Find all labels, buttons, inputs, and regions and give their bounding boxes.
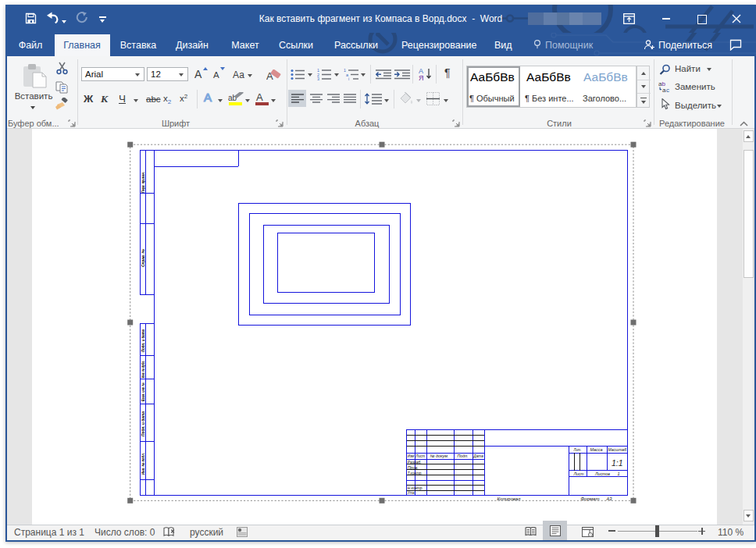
svg-text:Инв. № подл.: Инв. № подл. — [141, 453, 145, 475]
svg-text:Разраб.: Разраб. — [408, 460, 422, 464]
svg-text:ab: ab — [228, 94, 237, 102]
svg-text:Подп.: Подп. — [458, 454, 469, 458]
svg-text:1:1: 1:1 — [612, 458, 623, 468]
svg-text:Дата: Дата — [472, 454, 483, 458]
svg-text:i: i — [348, 77, 349, 80]
svg-text:Изм: Изм — [408, 454, 415, 458]
svg-text:Подп. и дата: Подп. и дата — [141, 411, 145, 436]
svg-text:Утв.: Утв. — [407, 490, 415, 495]
svg-text:Лит.: Лит. — [573, 447, 582, 452]
svg-text:Взам. инв. №: Взам. инв. № — [141, 383, 145, 401]
svg-text:Инв. № дубл.: Инв. № дубл. — [141, 361, 145, 378]
svg-text:Формат: Формат — [581, 496, 600, 501]
svg-text:А3: А3 — [606, 496, 613, 501]
svg-text:Копировал: Копировал — [497, 496, 522, 501]
svg-text:Листов: Листов — [594, 471, 610, 476]
svg-text:Лист: Лист — [573, 471, 584, 476]
svg-text:Т.контр.: Т.контр. — [408, 471, 423, 475]
svg-text:1: 1 — [618, 471, 620, 476]
svg-text:3: 3 — [317, 77, 319, 80]
svg-text:№ докум.: № докум. — [430, 454, 449, 458]
svg-text:Я: Я — [419, 74, 424, 81]
svg-text:Пров.: Пров. — [408, 465, 419, 470]
svg-text:Масштаб: Масштаб — [608, 447, 627, 452]
svg-text:Перв. примен.: Перв. примен. — [141, 172, 145, 193]
svg-text:Лист: Лист — [415, 454, 425, 458]
svg-text:Справ. №: Справ. № — [141, 249, 145, 267]
svg-text:c: c — [666, 87, 669, 93]
svg-text:Подп. и дата: Подп. и дата — [141, 329, 145, 352]
svg-text:Масса: Масса — [590, 447, 603, 452]
